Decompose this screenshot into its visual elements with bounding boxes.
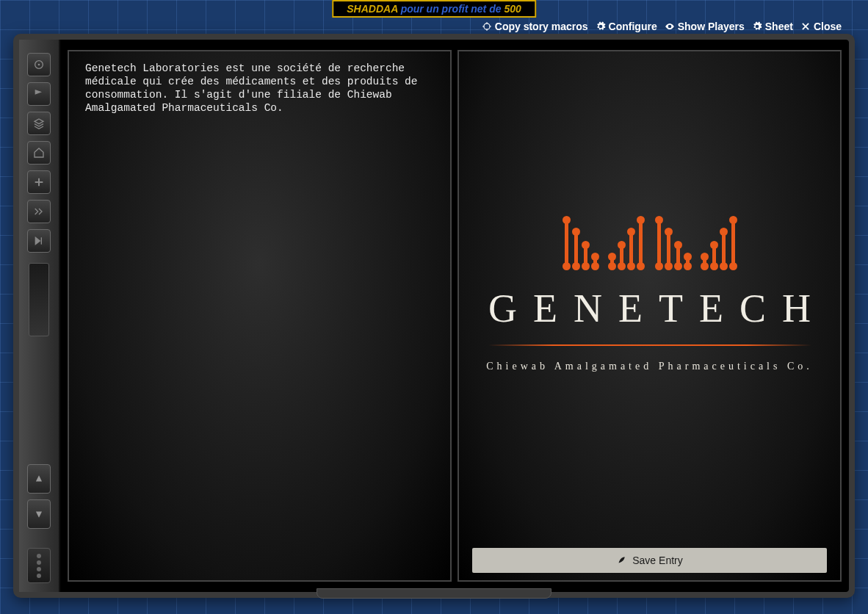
sidebar-slider[interactable]	[29, 263, 49, 336]
configure-button[interactable]: Configure	[596, 21, 657, 32]
content-area: Genetech Laboratories est une société de…	[60, 40, 849, 592]
feather-icon	[616, 555, 626, 566]
close-button[interactable]: Close	[800, 21, 842, 32]
banner-mid: pour un profit net de	[401, 3, 502, 15]
sidebar-skip-button[interactable]	[27, 229, 51, 253]
sidebar-footer[interactable]	[27, 548, 51, 583]
entry-description: Genetech Laboratories est une société de…	[69, 51, 450, 126]
gear-icon	[752, 21, 762, 32]
copy-macros-button[interactable]: Copy story macros	[482, 21, 588, 32]
journal-window: Genetech Laboratories est une société de…	[13, 34, 855, 598]
dna-icon	[565, 220, 735, 267]
sidebar-plus-button[interactable]	[27, 170, 51, 194]
sidebar-layers-button[interactable]	[27, 112, 51, 135]
description-panel: Genetech Laboratories est une société de…	[68, 50, 452, 582]
crosshair-icon	[482, 21, 492, 32]
skip-icon	[33, 235, 45, 247]
window-toolbar: Copy story macros Configure Show Players…	[482, 21, 842, 32]
logo-subtitle: Chiewab Amalgamated Pharmaceuticals Co.	[486, 361, 813, 372]
close-icon	[800, 21, 811, 32]
save-entry-button[interactable]: Save Entry	[472, 548, 827, 573]
chevron-down-icon	[34, 506, 44, 522]
logo-divider	[488, 344, 811, 346]
image-panel: GENETECH Chiewab Amalgamated Pharmaceuti…	[457, 50, 842, 582]
sidebar-flag-button[interactable]	[27, 82, 51, 106]
plus-icon	[33, 176, 45, 188]
svg-point-2	[38, 64, 40, 66]
company-logo: GENETECH Chiewab Amalgamated Pharmaceuti…	[459, 51, 840, 541]
sheet-button[interactable]: Sheet	[752, 21, 793, 32]
flag-icon	[33, 88, 45, 100]
show-players-button[interactable]: Show Players	[665, 21, 745, 32]
layers-icon	[33, 118, 45, 129]
top-banner: SHADDAA pour un profit net de 500	[332, 0, 536, 18]
window-lip	[317, 588, 551, 599]
logo-title: GENETECH	[472, 286, 827, 331]
home-icon	[33, 147, 45, 159]
forward-icon	[33, 206, 45, 217]
banner-right: 500	[504, 3, 521, 15]
gear-icon	[596, 21, 606, 32]
sidebar-target-button[interactable]	[27, 53, 51, 76]
chevron-up-icon	[34, 471, 44, 487]
sidebar-forward-button[interactable]	[27, 200, 51, 223]
target-icon	[33, 59, 45, 71]
banner-left: SHADDAA	[347, 3, 397, 15]
sidebar-up-button[interactable]	[27, 464, 51, 494]
left-sidebar	[19, 40, 60, 592]
svg-point-0	[484, 24, 490, 29]
eye-icon	[665, 21, 675, 32]
sidebar-home-button[interactable]	[27, 141, 51, 165]
sidebar-down-button[interactable]	[27, 499, 51, 529]
